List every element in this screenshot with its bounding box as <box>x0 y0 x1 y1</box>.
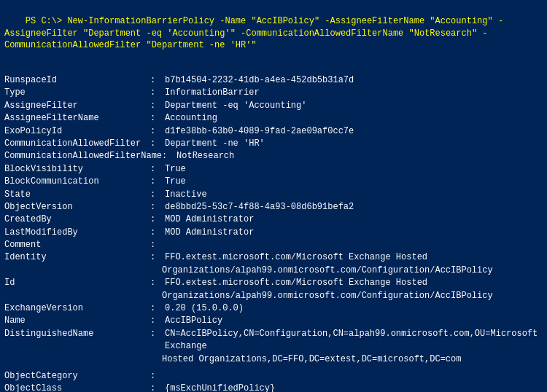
field-sep: : <box>150 227 162 239</box>
field-sep: : <box>150 125 162 138</box>
table-row: LastModifiedBy : MOD Administrator <box>4 227 543 239</box>
field-sep: : <box>150 383 162 392</box>
field-name: CommunicationAllowedFilterName <box>4 150 162 162</box>
field-value: de8bbd25-53c7-4f88-4a93-08d6b91befa2 <box>165 201 543 213</box>
field-name: LastModifiedBy <box>4 227 150 239</box>
field-name: CommunicationAllowedFilter <box>4 138 150 150</box>
table-row: Comment : <box>4 239 543 251</box>
field-name: Type <box>4 87 150 99</box>
table-row: RunspaceId : b7b14504-2232-41db-a4ea-452… <box>4 74 543 87</box>
field-value <box>165 239 543 251</box>
field-sep: : <box>150 176 162 188</box>
field-sep: : <box>150 189 162 201</box>
field-continuation: Hosted Organizations,DC=FFO,DC=extest,DC… <box>4 353 543 366</box>
field-value: MOD Administrator <box>165 213 543 226</box>
field-value: FFO.extest.microsoft.com/Microsoft Excha… <box>165 277 543 289</box>
command-line: PS C:\> New-InformationBarrierPolicy -Na… <box>4 3 543 64</box>
field-value: Department -eq 'Accounting' <box>165 100 543 112</box>
field-name: Comment <box>4 239 150 251</box>
table-row: ObjectClass : {msExchUnifiedPolicy} <box>4 383 543 392</box>
field-name: Identity <box>4 251 150 264</box>
field-value: True <box>165 163 543 176</box>
field-sep: : <box>150 370 162 383</box>
field-value: NotResearch <box>176 150 543 162</box>
field-value: {msExchUnifiedPolicy} <box>165 383 543 392</box>
field-name: State <box>4 189 150 201</box>
field-sep: : <box>150 87 162 99</box>
field-name: AssigneeFilter <box>4 100 150 112</box>
field-sep: : <box>150 213 162 226</box>
terminal: PS C:\> New-InformationBarrierPolicy -Na… <box>0 0 547 392</box>
field-value: 0.20 (15.0.0.0) <box>165 302 543 315</box>
field-name: DistinguishedName <box>4 328 150 353</box>
field-value: MOD Administrator <box>165 227 543 239</box>
table-row: Id : FFO.extest.microsoft.com/Microsoft … <box>4 277 543 289</box>
field-name: CreatedBy <box>4 213 150 226</box>
field-name: Id <box>4 277 150 289</box>
field-sep: : <box>150 163 162 176</box>
field-sep: : <box>150 302 162 315</box>
prompt: PS C:\> New-InformationBarrierPolicy -Na… <box>4 16 503 51</box>
field-sep: : <box>150 315 162 327</box>
table-row: CreatedBy : MOD Administrator <box>4 213 543 226</box>
field-sep: : <box>150 138 162 150</box>
field-value: CN=AccIBPolicy,CN=Configuration,CN=alpah… <box>165 328 543 353</box>
table-row: AssigneeFilterName : Accounting <box>4 112 543 125</box>
field-name: ObjectVersion <box>4 201 150 213</box>
table-row: ObjectVersion : de8bbd25-53c7-4f88-4a93-… <box>4 201 543 213</box>
field-sep: : <box>150 201 162 213</box>
field-value: Accounting <box>165 112 543 125</box>
field-value: Inactive <box>165 189 543 201</box>
field-sep: : <box>150 251 162 264</box>
table-row: CommunicationAllowedFilter : Department … <box>4 138 543 150</box>
field-name: Name <box>4 315 150 327</box>
field-sep: : <box>150 328 162 353</box>
field-value: b7b14504-2232-41db-a4ea-452db5b31a7d <box>165 74 543 87</box>
field-value: Department -ne 'HR' <box>165 138 543 150</box>
table-row: ExoPolicyId : d1fe38bb-63b0-4089-9fad-2a… <box>4 125 543 138</box>
field-continuation: Organizations/alpah99.onmicrosoft.com/Co… <box>4 290 543 302</box>
table-row: Name : AccIBPolicy <box>4 315 543 327</box>
field-name: BlockVisibility <box>4 163 150 176</box>
field-name: RunspaceId <box>4 74 150 87</box>
field-name: BlockCommunication <box>4 176 150 188</box>
table-row: ExchangeVersion : 0.20 (15.0.0.0) <box>4 302 543 315</box>
field-value: AccIBPolicy <box>165 315 543 327</box>
table-row: Type : InformationBarrier <box>4 87 543 99</box>
field-value: InformationBarrier <box>165 87 543 99</box>
table-row: State : Inactive <box>4 189 543 201</box>
field-value <box>165 370 543 383</box>
table-row: Identity : FFO.extest.microsoft.com/Micr… <box>4 251 543 264</box>
table-row: AssigneeFilter : Department -eq 'Account… <box>4 100 543 112</box>
table-row: BlockVisibility : True <box>4 163 543 176</box>
field-name: ExchangeVersion <box>4 302 150 315</box>
table-row: ObjectCategory : <box>4 370 543 383</box>
table-row: DistinguishedName : CN=AccIBPolicy,CN=Co… <box>4 328 543 353</box>
output-block: RunspaceId : b7b14504-2232-41db-a4ea-452… <box>4 74 543 392</box>
field-sep: : <box>150 74 162 87</box>
field-sep: : <box>162 150 174 162</box>
field-sep: : <box>150 239 162 251</box>
field-sep: : <box>150 100 162 112</box>
table-row: BlockCommunication : True <box>4 176 543 188</box>
field-name: ObjectCategory <box>4 370 150 383</box>
field-sep: : <box>150 277 162 289</box>
field-value: FFO.extest.microsoft.com/Microsoft Excha… <box>165 251 543 264</box>
field-sep: : <box>150 112 162 125</box>
field-name: ExoPolicyId <box>4 125 150 138</box>
field-name: AssigneeFilterName <box>4 112 150 125</box>
field-name: ObjectClass <box>4 383 150 392</box>
field-value: d1fe38bb-63b0-4089-9fad-2ae09af0cc7e <box>165 125 543 138</box>
field-value: True <box>165 176 543 188</box>
field-continuation: Organizations/alpah99.onmicrosoft.com/Co… <box>4 264 543 277</box>
table-row: CommunicationAllowedFilterName : NotRese… <box>4 150 543 162</box>
